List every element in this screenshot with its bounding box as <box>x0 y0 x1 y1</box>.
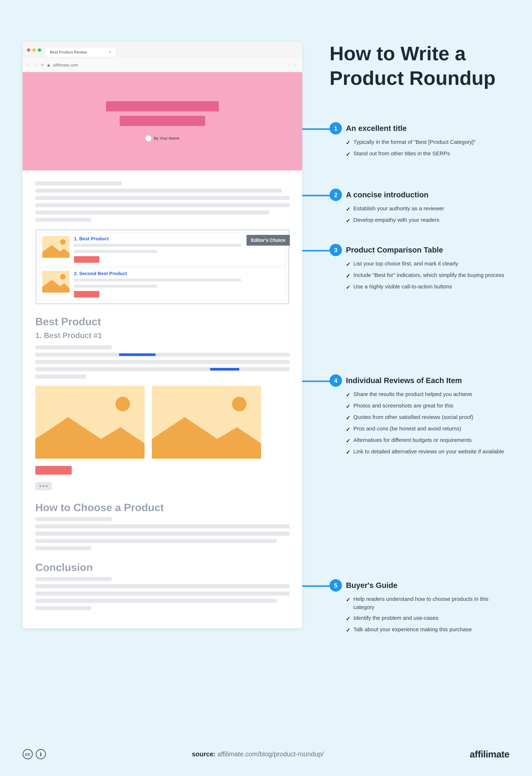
check-icon: ✓ <box>346 150 350 158</box>
check-icon: ✓ <box>346 437 350 445</box>
browser-chrome: Best Product Review × <box>23 42 302 58</box>
skeleton-line <box>35 353 290 357</box>
skeleton-line <box>35 524 290 528</box>
skeleton-line <box>35 189 282 193</box>
check-icon: ✓ <box>346 414 350 422</box>
product-thumb <box>42 271 69 293</box>
skeleton-line <box>35 203 290 207</box>
check-icon: ✓ <box>346 614 350 623</box>
number-badge: 4 <box>330 374 342 387</box>
table-row: 2. Second Best Product <box>39 267 286 301</box>
cta-button <box>74 291 100 298</box>
lock-icon <box>47 63 50 67</box>
check-icon: ✓ <box>346 216 350 225</box>
annotation-title: An excellent title <box>346 124 476 133</box>
title-placeholder <box>106 101 219 112</box>
browser-tab: Best Product Review × <box>45 48 116 56</box>
byline: By Your Name <box>146 136 180 141</box>
check-icon: ✓ <box>346 260 350 268</box>
skeleton-line <box>35 375 86 379</box>
annotation-5: 5 Buyer's Guide ✓Help readers understand… <box>330 579 508 637</box>
browser-mockup: Best Product Review × ← → ⟳ affilimate.c… <box>23 42 302 628</box>
minimize-dot <box>32 48 36 52</box>
check-icon: ✓ <box>346 448 350 456</box>
annotation-2: 2 A concise introduction ✓Establish your… <box>330 189 508 227</box>
check-icon: ✓ <box>346 596 350 611</box>
skeleton-line <box>35 577 112 581</box>
annotation-title: Buyer's Guide <box>346 581 508 590</box>
annotation-1: 1 An excellent title ✓Typically in the f… <box>330 122 508 161</box>
number-badge: 5 <box>330 579 342 592</box>
cta-button <box>35 466 72 475</box>
editor-choice-badge: Editor's Choice <box>246 235 290 246</box>
product-image <box>35 386 145 459</box>
skeleton-line <box>35 517 112 521</box>
traffic-lights <box>27 48 41 52</box>
cc-icon: cc <box>23 749 33 759</box>
product-link: 2. Second Best Product <box>74 271 283 276</box>
tab-title: Best Product Review <box>50 50 87 55</box>
comparison-table: Editor's Choice 1. Best Product 2. Secon… <box>35 229 290 305</box>
annotation-list: ✓Establish your authority as a reviewer … <box>346 204 444 225</box>
skeleton-line <box>35 546 91 550</box>
skeleton-line <box>35 367 290 371</box>
skeleton-line <box>35 218 91 222</box>
annotation-3: 3 Product Comparison Table ✓List your to… <box>330 244 508 294</box>
skeleton-line <box>35 599 277 603</box>
skeleton-line <box>35 606 91 610</box>
menu-icon: ⋮ <box>294 63 298 68</box>
skeleton-line <box>35 539 277 543</box>
annotation-title: A concise introduction <box>346 190 444 199</box>
skeleton-line <box>35 210 269 214</box>
star-icon: ☆ <box>288 63 291 67</box>
attribution-icon <box>36 749 46 759</box>
source-text: source: affilimate.com/blog/product-roun… <box>46 750 470 758</box>
check-icon: ✓ <box>346 626 350 634</box>
svg-point-0 <box>40 753 41 754</box>
annotation-list: ✓List your top choice first, and mark it… <box>346 259 504 291</box>
close-icon: × <box>109 50 111 55</box>
subtitle-placeholder <box>120 116 205 126</box>
more-icon <box>35 482 52 490</box>
url-text: affilimate.com <box>53 63 285 67</box>
cta-button <box>74 256 100 263</box>
reload-icon: ⟳ <box>41 63 44 67</box>
check-icon: ✓ <box>346 205 350 213</box>
annotation-list: ✓Share the results the product helped yo… <box>346 390 504 456</box>
back-icon: ← <box>27 63 31 67</box>
hero-section: By Your Name <box>23 72 302 170</box>
annotation-title: Individual Reviews of Each Item <box>346 376 504 385</box>
annotation-title: Product Comparison Table <box>346 246 504 254</box>
skeleton-line <box>35 181 122 185</box>
skeleton-line <box>74 278 241 281</box>
skeleton-line <box>35 584 290 588</box>
cc-license-icons: cc <box>23 749 46 759</box>
section-heading: Conclusion <box>35 561 290 573</box>
skeleton-line <box>35 532 290 536</box>
annotation-4: 4 Individual Reviews of Each Item ✓Share… <box>330 374 508 459</box>
inline-link <box>210 368 239 371</box>
product-image <box>152 386 261 459</box>
address-bar: ← → ⟳ affilimate.com ☆ ⋮ <box>23 58 302 72</box>
image-row <box>35 386 290 459</box>
annotation-list: ✓Typically in the format of "Best [Produ… <box>346 138 476 158</box>
skeleton-line <box>35 345 112 349</box>
section-heading: How to Choose a Product <box>35 501 290 514</box>
product-thumb <box>42 236 69 258</box>
check-icon: ✓ <box>346 139 350 147</box>
maximize-dot <box>38 48 41 52</box>
skeleton-line <box>74 244 241 247</box>
section-heading: Best Product <box>35 315 290 328</box>
number-badge: 2 <box>330 189 342 201</box>
check-icon: ✓ <box>346 283 350 291</box>
byline-text: By Your Name <box>154 136 180 141</box>
check-icon: ✓ <box>346 425 350 433</box>
close-dot <box>27 48 30 52</box>
infographic-title: How to Write a Product Roundup <box>330 41 496 90</box>
avatar-icon <box>146 136 151 141</box>
check-icon: ✓ <box>346 391 350 399</box>
inline-link <box>119 353 156 356</box>
annotation-list: ✓Help readers understand how to choose p… <box>346 595 508 634</box>
page-content: Editor's Choice 1. Best Product 2. Secon… <box>23 170 302 628</box>
skeleton-line <box>35 360 290 364</box>
